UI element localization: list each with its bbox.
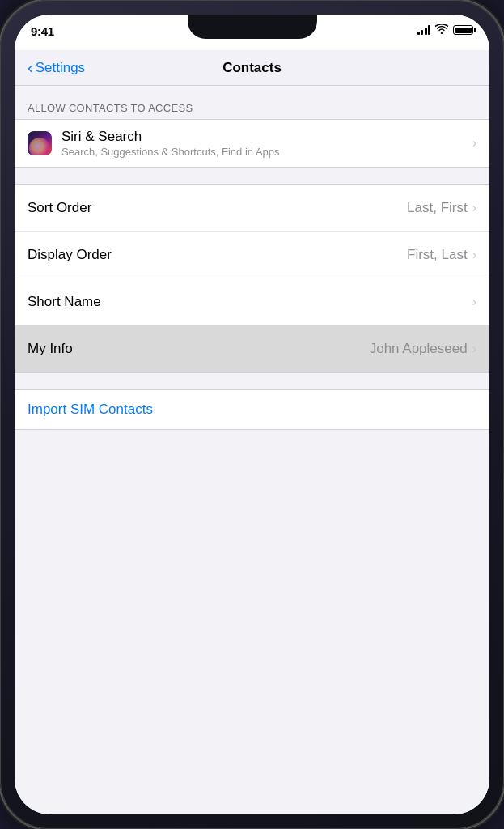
sort-order-row[interactable]: Sort Order Last, First › <box>15 185 489 232</box>
siri-group: Siri & Search Search, Suggestions & Shor… <box>15 119 489 168</box>
short-name-label: Short Name <box>28 294 101 309</box>
notch <box>188 15 317 39</box>
siri-content: Siri & Search Search, Suggestions & Shor… <box>61 129 472 158</box>
sort-order-chevron-icon: › <box>472 201 476 215</box>
sort-order-label: Sort Order <box>28 200 91 215</box>
sort-order-value: Last, First <box>407 200 468 216</box>
display-order-value: First, Last <box>407 247 468 263</box>
spacer-2 <box>15 373 489 389</box>
import-sim-row[interactable]: Import SIM Contacts <box>15 389 489 430</box>
page-title: Contacts <box>222 60 282 76</box>
siri-chevron-icon: › <box>472 136 476 151</box>
import-sim-label: Import SIM Contacts <box>28 402 153 417</box>
content-area: ‹ Settings Contacts ALLOW CONTACTS TO AC… <box>15 50 489 814</box>
back-button[interactable]: ‹ Settings <box>28 60 85 76</box>
settings-group-main: Sort Order Last, First › Display Order F… <box>15 184 489 373</box>
short-name-chevron-icon: › <box>472 295 476 309</box>
bottom-spacer <box>15 430 489 462</box>
battery-icon <box>453 25 473 35</box>
back-label: Settings <box>36 60 85 76</box>
display-order-content: Display Order <box>28 247 407 263</box>
my-info-row[interactable]: My Info John Appleseed › <box>15 325 489 372</box>
phone-frame: 9:41 <box>0 0 504 829</box>
siri-title: Siri & Search <box>61 129 472 145</box>
signal-icon <box>417 25 431 35</box>
sort-order-content: Sort Order <box>28 200 407 216</box>
my-info-value: John Appleseed <box>370 341 468 357</box>
display-order-chevron-icon: › <box>472 248 476 262</box>
short-name-content: Short Name <box>28 294 472 310</box>
nav-bar: ‹ Settings Contacts <box>15 50 489 86</box>
spacer-1 <box>15 168 489 184</box>
back-chevron-icon: ‹ <box>28 59 33 75</box>
phone-screen: 9:41 <box>15 15 489 814</box>
wifi-icon <box>435 24 448 36</box>
my-info-chevron-icon: › <box>472 342 476 356</box>
siri-icon <box>28 131 52 155</box>
siri-subtitle: Search, Suggestions & Shortcuts, Find in… <box>61 146 472 158</box>
status-icons <box>417 24 474 36</box>
display-order-label: Display Order <box>28 247 112 262</box>
siri-row[interactable]: Siri & Search Search, Suggestions & Shor… <box>15 120 489 167</box>
display-order-row[interactable]: Display Order First, Last › <box>15 232 489 278</box>
status-time: 9:41 <box>31 24 54 38</box>
short-name-row[interactable]: Short Name › <box>15 278 489 325</box>
my-info-content: My Info <box>28 341 370 357</box>
my-info-label: My Info <box>28 341 73 356</box>
section-header-allow: ALLOW CONTACTS TO ACCESS <box>15 86 489 119</box>
